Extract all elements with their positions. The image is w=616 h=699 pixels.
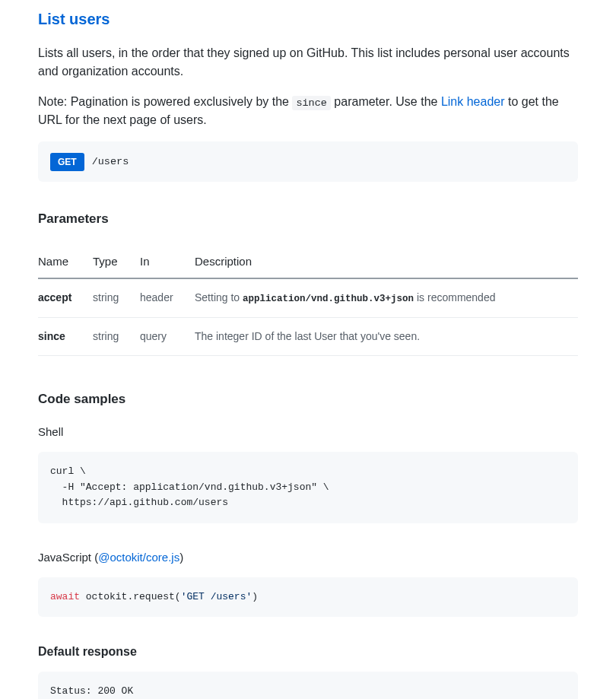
default-response-heading: Default response: [38, 643, 578, 661]
shell-heading: Shell: [38, 424, 578, 441]
param-desc-code: application/vnd.github.v3+json: [243, 294, 414, 304]
note-text-mid: parameter. Use the: [331, 95, 441, 108]
endpoint-path: /users: [92, 156, 129, 167]
param-desc-suffix: is recommended: [414, 291, 495, 303]
js-code-end: ): [252, 591, 258, 602]
endpoint-box: GET/users: [38, 141, 578, 182]
th-type: Type: [93, 244, 140, 279]
js-code-keyword: await: [50, 591, 80, 602]
status-block: Status: 200 OK: [38, 672, 578, 699]
js-heading-suffix: ): [179, 551, 183, 564]
note-param-code: since: [292, 96, 331, 110]
octokit-link[interactable]: @octokit/core.js: [98, 551, 179, 564]
th-description: Description: [195, 244, 578, 279]
table-row: accept string header Setting to applicat…: [38, 278, 578, 317]
endpoint-title-link[interactable]: List users: [38, 8, 110, 30]
pagination-note: Note: Pagination is powered exclusively …: [38, 93, 578, 129]
parameters-table: Name Type In Description accept string h…: [38, 244, 578, 356]
js-code-mid: octokit.request(: [80, 591, 181, 602]
th-in: In: [140, 244, 195, 279]
param-name: accept: [38, 278, 93, 317]
param-desc-prefix: Setting to: [195, 291, 243, 303]
param-in: query: [140, 317, 195, 355]
link-header-link[interactable]: Link header: [441, 95, 505, 108]
param-name: since: [38, 317, 93, 355]
param-desc-prefix: The integer ID of the last User that you…: [195, 330, 420, 342]
http-method-badge: GET: [50, 153, 84, 171]
javascript-code-block: await octokit.request('GET /users'): [38, 577, 578, 618]
shell-code-block: curl \ -H "Accept: application/vnd.githu…: [38, 452, 578, 523]
param-type: string: [93, 278, 140, 317]
parameters-heading: Parameters: [38, 209, 578, 229]
javascript-heading: JavaScript (@octokit/core.js): [38, 549, 578, 567]
param-in: header: [140, 278, 195, 317]
code-samples-heading: Code samples: [38, 389, 578, 409]
endpoint-description: Lists all users, in the order that they …: [38, 44, 578, 81]
param-type: string: [93, 317, 140, 355]
th-name: Name: [38, 244, 93, 279]
js-heading-prefix: JavaScript (: [38, 551, 98, 564]
js-code-string: 'GET /users': [181, 591, 252, 602]
table-row: since string query The integer ID of the…: [38, 317, 578, 355]
param-description: The integer ID of the last User that you…: [195, 317, 578, 355]
note-text-prefix: Note: Pagination is powered exclusively …: [38, 95, 292, 108]
param-description: Setting to application/vnd.github.v3+jso…: [195, 278, 578, 317]
